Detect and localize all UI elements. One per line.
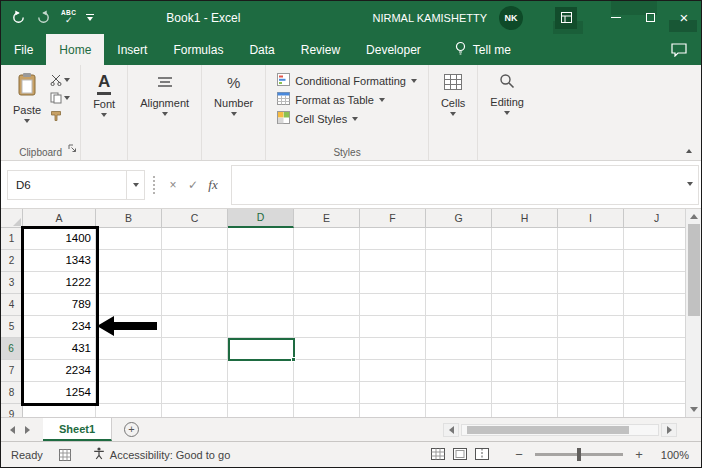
cell-E7[interactable] [294, 360, 360, 382]
new-sheet-button[interactable]: + [124, 422, 139, 437]
cell-C5[interactable] [162, 316, 228, 338]
number-button[interactable]: % Number [207, 70, 260, 118]
column-header-I[interactable]: I [558, 209, 624, 228]
cell-B1[interactable] [96, 228, 162, 250]
cell-E6[interactable] [294, 338, 360, 360]
cell-C7[interactable] [162, 360, 228, 382]
row-header-1[interactable]: 1 [1, 228, 23, 250]
cell-H3[interactable] [492, 272, 558, 294]
selected-cell-outline[interactable] [228, 338, 295, 361]
comments-icon[interactable] [671, 34, 687, 65]
format-as-table-button[interactable]: Format as Table [277, 92, 417, 107]
editing-button[interactable]: Editing [483, 70, 531, 117]
cell-G8[interactable] [426, 382, 492, 404]
collapse-ribbon-icon[interactable] [686, 149, 692, 153]
cell-H7[interactable] [492, 360, 558, 382]
page-layout-view-icon[interactable] [453, 448, 467, 462]
cell-E3[interactable] [294, 272, 360, 294]
cell-C2[interactable] [162, 250, 228, 272]
zoom-in-icon[interactable]: + [633, 447, 645, 462]
vertical-scrollbar[interactable] [685, 209, 701, 417]
horizontal-scrollbar-thumb[interactable] [467, 426, 629, 434]
cell-F1[interactable] [360, 228, 426, 250]
cell-D4[interactable] [228, 294, 294, 316]
cell-J1[interactable] [624, 228, 690, 250]
page-break-view-icon[interactable] [475, 448, 489, 462]
cell-C8[interactable] [162, 382, 228, 404]
ribbon-display-options-icon[interactable] [555, 7, 577, 29]
cell-E5[interactable] [294, 316, 360, 338]
cell-E2[interactable] [294, 250, 360, 272]
cell-D5[interactable] [228, 316, 294, 338]
cell-F9[interactable] [360, 404, 426, 417]
cell-G6[interactable] [426, 338, 492, 360]
cell-G5[interactable] [426, 316, 492, 338]
cell-G2[interactable] [426, 250, 492, 272]
zoom-slider-thumb[interactable] [577, 448, 581, 461]
normal-view-icon[interactable] [431, 448, 445, 462]
cell-styles-button[interactable]: Cell Styles [277, 111, 417, 126]
row-header-4[interactable]: 4 [1, 294, 23, 316]
cell-D8[interactable] [228, 382, 294, 404]
scroll-left-icon[interactable] [443, 423, 459, 437]
cell-G1[interactable] [426, 228, 492, 250]
avatar[interactable]: NK [499, 6, 523, 30]
font-button[interactable]: A Font [86, 70, 122, 119]
cell-E8[interactable] [294, 382, 360, 404]
cell-E9[interactable] [294, 404, 360, 417]
format-painter-icon[interactable] [50, 110, 70, 122]
accessibility-status[interactable]: Accessibility: Good to go [93, 447, 230, 462]
cell-J8[interactable] [624, 382, 690, 404]
cell-H2[interactable] [492, 250, 558, 272]
next-sheet-icon[interactable] [20, 418, 35, 442]
cell-C4[interactable] [162, 294, 228, 316]
row-header-2[interactable]: 2 [1, 250, 23, 272]
macro-record-icon[interactable] [59, 449, 71, 461]
cell-D2[interactable] [228, 250, 294, 272]
scroll-up-icon[interactable] [686, 209, 702, 224]
cell-I2[interactable] [558, 250, 624, 272]
cancel-icon[interactable]: × [163, 178, 183, 192]
cell-E1[interactable] [294, 228, 360, 250]
horizontal-scrollbar[interactable] [443, 423, 677, 437]
cell-D9[interactable] [228, 404, 294, 417]
cell-B8[interactable] [96, 382, 162, 404]
cut-icon[interactable] [50, 74, 70, 86]
cell-H1[interactable] [492, 228, 558, 250]
tab-formulas[interactable]: Formulas [160, 34, 236, 65]
tab-developer[interactable]: Developer [353, 34, 434, 65]
minimize-button[interactable] [599, 1, 633, 34]
tab-review[interactable]: Review [288, 34, 353, 65]
cell-J6[interactable] [624, 338, 690, 360]
cell-G7[interactable] [426, 360, 492, 382]
cell-H4[interactable] [492, 294, 558, 316]
name-box[interactable]: D6 [7, 170, 145, 200]
cell-I9[interactable] [558, 404, 624, 417]
cell-F4[interactable] [360, 294, 426, 316]
cell-I8[interactable] [558, 382, 624, 404]
cell-I6[interactable] [558, 338, 624, 360]
cell-J2[interactable] [624, 250, 690, 272]
row-header-5[interactable]: 5 [1, 316, 23, 338]
column-header-D[interactable]: D [228, 209, 294, 228]
column-header-G[interactable]: G [426, 209, 492, 228]
cell-D1[interactable] [228, 228, 294, 250]
customize-qat-icon[interactable] [86, 7, 94, 29]
cell-J4[interactable] [624, 294, 690, 316]
column-header-F[interactable]: F [360, 209, 426, 228]
conditional-formatting-button[interactable]: Conditional Formatting [277, 73, 417, 88]
cell-F6[interactable] [360, 338, 426, 360]
cell-H5[interactable] [492, 316, 558, 338]
zoom-slider[interactable] [535, 453, 623, 456]
cell-F8[interactable] [360, 382, 426, 404]
tab-data[interactable]: Data [236, 34, 287, 65]
tab-home[interactable]: Home [46, 34, 104, 65]
insert-function-icon[interactable]: fx [203, 177, 223, 193]
redo-icon[interactable] [36, 7, 51, 29]
cell-C6[interactable] [162, 338, 228, 360]
formula-bar-expand-icon[interactable] [687, 182, 693, 186]
tab-insert[interactable]: Insert [104, 34, 160, 65]
paste-button[interactable]: Paste [6, 70, 48, 125]
column-header-E[interactable]: E [294, 209, 360, 228]
scroll-right-icon[interactable] [661, 423, 677, 437]
